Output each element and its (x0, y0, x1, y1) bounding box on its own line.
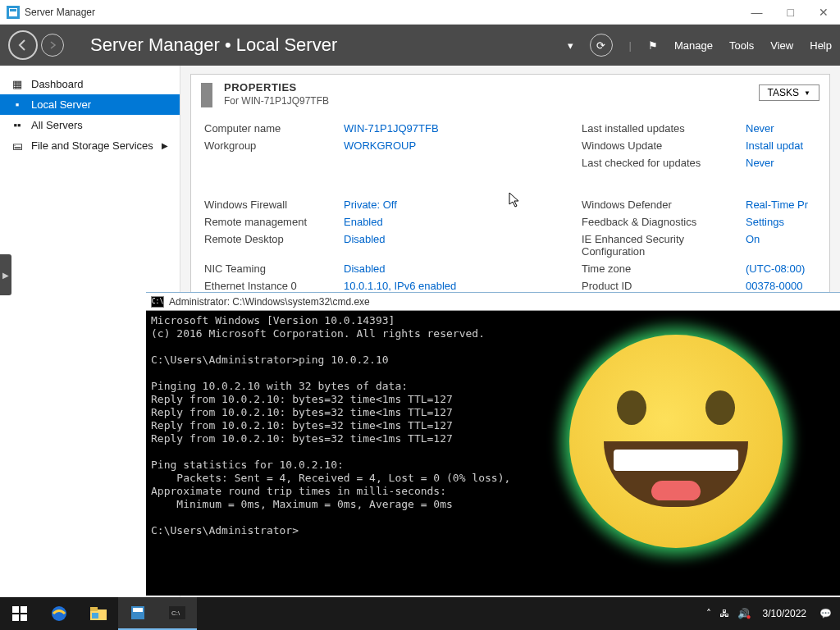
prop-nic-teaming[interactable]: Disabled (344, 262, 582, 275)
prop-label: Computer name (204, 122, 344, 135)
tray-network-icon[interactable]: 🖧 (719, 608, 729, 619)
crumb-current: Local Server (236, 34, 338, 55)
svg-rect-8 (90, 607, 98, 611)
sidebar-item-label: All Servers (31, 119, 83, 131)
tray-date: 3/10/2022 (763, 608, 806, 619)
svg-rect-9 (92, 613, 98, 619)
prop-remote-mgmt[interactable]: Enabled (344, 216, 582, 228)
prop-product-id[interactable]: 00378-0000 (746, 280, 816, 292)
prop-timezone[interactable]: (UTC-08:00) (746, 262, 816, 275)
prop-win-update[interactable]: Install updat (746, 139, 816, 152)
tray-volume-icon[interactable]: 🔊● (737, 608, 750, 619)
taskbar-server-manager[interactable] (118, 597, 158, 630)
chevron-right-icon: ▶ (162, 141, 168, 150)
sidebar-item-file-storage[interactable]: 🖴 File and Storage Services ▶ (0, 135, 180, 156)
sidebar-item-label: Local Server (31, 98, 91, 111)
tasks-label: TASKS (768, 87, 799, 98)
prop-label: Windows Defender (582, 199, 746, 211)
prop-label: Remote management (204, 216, 344, 228)
window-titlebar: Server Manager — □ ✕ (0, 0, 840, 25)
refresh-button[interactable]: ⟳ (590, 34, 613, 57)
panel-subtitle: For WIN-71P1JQ97TFB (224, 95, 329, 107)
taskbar-explorer[interactable] (79, 597, 118, 630)
prop-firewall[interactable]: Private: Off (344, 199, 582, 211)
prop-computer-name[interactable]: WIN-71P1JQ97TFB (344, 122, 582, 135)
tasks-dropdown[interactable]: TASKS ▼ (759, 84, 819, 101)
nav-back-button[interactable] (8, 30, 38, 60)
sidebar-item-label: Dashboard (31, 78, 84, 90)
prop-label: Feedback & Diagnostics (582, 216, 746, 228)
prop-last-installed[interactable]: Never (746, 122, 816, 135)
prop-remote-desktop[interactable]: Disabled (344, 233, 582, 258)
svg-text:C:\: C:\ (171, 609, 180, 617)
menu-tools[interactable]: Tools (729, 39, 754, 52)
flag-icon[interactable]: ⚑ (648, 39, 658, 52)
prop-ie-esc[interactable]: On (746, 233, 816, 258)
dashboard-icon: ▦ (11, 79, 23, 90)
sidebar-item-all-servers[interactable]: ▪▪ All Servers (0, 115, 180, 135)
panel-icon (201, 83, 212, 107)
panel-title: PROPERTIES (224, 81, 329, 94)
menu-manage[interactable]: Manage (674, 39, 713, 52)
tray-datetime[interactable]: 3/10/2022 (758, 608, 811, 619)
prop-label: Windows Firewall (204, 199, 344, 211)
sidebar-item-local-server[interactable]: ▪ Local Server (0, 94, 180, 115)
crumb-root[interactable]: Server Manager (90, 34, 220, 55)
prop-label: IE Enhanced Security Configuration (582, 233, 746, 258)
taskbar-ie[interactable] (39, 597, 79, 630)
taskbar-cmd[interactable]: C:\ (158, 597, 197, 630)
close-button[interactable]: ✕ (814, 4, 833, 21)
svg-rect-2 (12, 606, 19, 613)
prop-eth0[interactable]: 10.0.1.10, IPv6 enabled (344, 280, 582, 292)
header-ribbon: Server Manager • Local Server ▾ ⟳ | ⚑ Ma… (0, 25, 840, 66)
sidebar-item-dashboard[interactable]: ▦ Dashboard (0, 74, 180, 94)
svg-rect-4 (12, 614, 19, 621)
app-icon (7, 6, 20, 19)
prop-label: Last checked for updates (582, 157, 746, 169)
prop-label: Product ID (582, 280, 746, 292)
server-icon: ▪ (11, 99, 23, 111)
prop-label: Time zone (582, 262, 746, 275)
prop-label: Last installed updates (582, 122, 746, 135)
prop-last-checked[interactable]: Never (746, 157, 816, 169)
prop-label: Windows Update (582, 139, 746, 152)
chevron-down-icon: ▼ (804, 89, 810, 97)
menu-view[interactable]: View (770, 39, 793, 52)
breadcrumb: Server Manager • Local Server (90, 34, 337, 56)
svg-rect-11 (133, 608, 143, 612)
prop-label: Remote Desktop (204, 233, 344, 258)
prop-workgroup[interactable]: WORKGROUP (344, 139, 582, 152)
taskbar: C:\ ˄ 🖧 🔊● 3/10/2022 💬 (0, 597, 840, 630)
dropdown-icon[interactable]: ▾ (568, 39, 573, 52)
svg-rect-3 (21, 606, 27, 613)
start-button[interactable] (0, 597, 39, 630)
svg-rect-1 (10, 9, 16, 11)
prop-label: Workgroup (204, 139, 344, 152)
prop-label: Ethernet Instance 0 (204, 280, 344, 292)
cmd-title: Administrator: C:\Windows\system32\cmd.e… (169, 296, 370, 308)
cmd-titlebar[interactable]: C:\ Administrator: C:\Windows\system32\c… (146, 293, 840, 311)
crumb-sep: • (225, 34, 236, 55)
minimize-button[interactable]: — (746, 4, 768, 21)
emoji-sticker (569, 335, 783, 548)
prop-label: NIC Teaming (204, 262, 344, 275)
servers-icon: ▪▪ (11, 120, 23, 131)
properties-panel: PROPERTIES For WIN-71P1JQ97TFB TASKS ▼ C… (190, 74, 830, 309)
app-title: Server Manager (25, 7, 95, 18)
storage-icon: 🖴 (11, 140, 23, 152)
sidebar-item-label: File and Storage Services (31, 139, 153, 152)
svg-rect-5 (21, 614, 27, 621)
maximize-button[interactable]: □ (783, 4, 799, 21)
nav-forward-button[interactable] (41, 34, 64, 57)
separator-icon: | (629, 39, 632, 52)
tray-notifications-icon[interactable]: 💬 (819, 608, 832, 619)
cmd-icon: C:\ (151, 296, 164, 308)
prop-feedback[interactable]: Settings (746, 216, 816, 228)
edge-expand-tab[interactable]: ▶ (0, 254, 11, 295)
tray-chevron-up-icon[interactable]: ˄ (706, 608, 711, 619)
prop-defender[interactable]: Real-Time Pr (746, 199, 816, 211)
menu-help[interactable]: Help (810, 39, 832, 52)
